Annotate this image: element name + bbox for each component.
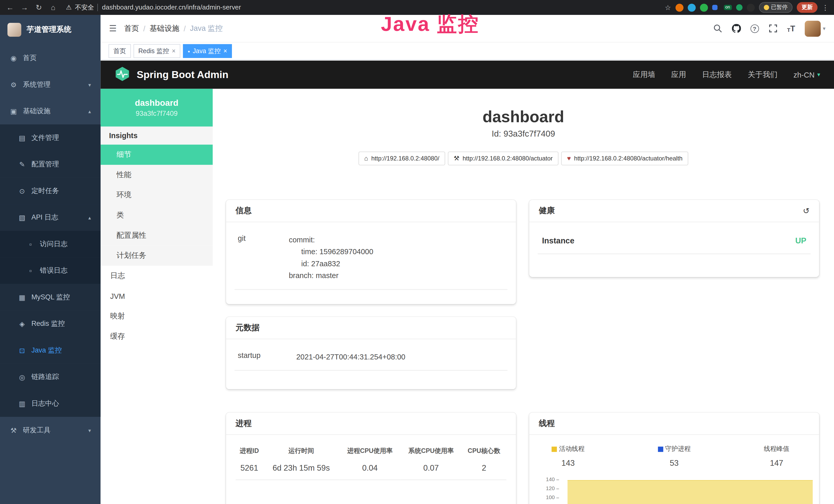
update-button[interactable]: 更新 bbox=[797, 2, 817, 13]
metadata-card-title: 元数据 bbox=[236, 323, 259, 333]
chevron-down-icon: ▾ bbox=[817, 71, 820, 78]
info-card-title: 信息 bbox=[236, 206, 251, 216]
close-icon[interactable]: × bbox=[223, 47, 227, 55]
bookmark-star-icon[interactable]: ☆ bbox=[665, 3, 671, 11]
sba-item-scheduled-tasks[interactable]: 计划任务 bbox=[101, 246, 213, 266]
admin-sidebar: 芋道管理系统 ◉ 首页 ⚙ 系统管理 ▾ ▣ 基础设施 ▴ ▤ 文件管理 ✎ 配… bbox=[0, 15, 101, 504]
sidebar-item-dev-tools[interactable]: ⚒ 研发工具 ▾ bbox=[0, 417, 101, 444]
sidebar-item-config-management[interactable]: ✎ 配置管理 bbox=[0, 151, 101, 178]
sba-locale-select[interactable]: zh-CN ▾ bbox=[793, 70, 820, 79]
breadcrumb-separator: / bbox=[143, 24, 146, 32]
process-card: 进程 进程ID 运行时间 进程CPU使用率 系统CPU使用率 CPU核心数 bbox=[226, 413, 516, 504]
health-instance-label: Instance bbox=[542, 236, 574, 245]
extension-icon-dark[interactable] bbox=[746, 3, 754, 11]
extension-icon-orange[interactable] bbox=[675, 3, 683, 11]
sba-nav-about[interactable]: 关于我们 bbox=[748, 70, 777, 79]
reload-icon[interactable]: ↻ bbox=[34, 3, 44, 12]
sba-item-details[interactable]: 细节 bbox=[101, 144, 213, 165]
forward-icon[interactable]: → bbox=[20, 3, 29, 12]
sba-nav-wall[interactable]: 应用墙 bbox=[633, 70, 655, 79]
extension-icon-switch-on[interactable]: on bbox=[724, 5, 732, 10]
health-url-button[interactable]: ♥ http://192.168.0.2:48080/actuator/heal… bbox=[561, 152, 688, 165]
browser-menu-icon[interactable]: ⋮ bbox=[822, 3, 829, 11]
service-url-button[interactable]: ⌂ http://192.168.0.2:48080/ bbox=[358, 152, 445, 165]
close-icon[interactable]: × bbox=[172, 47, 176, 55]
tab-home[interactable]: 首页 bbox=[108, 44, 131, 58]
tab-label: Java 监控 bbox=[193, 46, 221, 55]
search-icon[interactable] bbox=[713, 24, 722, 33]
sidebar-item-label: 文件管理 bbox=[31, 133, 59, 142]
fullscreen-icon[interactable] bbox=[768, 24, 777, 33]
sba-item-caches[interactable]: 缓存 bbox=[101, 326, 213, 347]
address-bar[interactable]: ⚠ 不安全 dashboard.yudao.iocoder.cn/infra/a… bbox=[66, 3, 241, 12]
doc-icon: ▫ bbox=[27, 240, 35, 248]
sidebar-item-error-logs[interactable]: ▫ 错误日志 bbox=[0, 257, 101, 284]
app-logo bbox=[7, 23, 21, 37]
sidebar-item-home[interactable]: ◉ 首页 bbox=[0, 45, 101, 71]
sidebar-item-label: 定时任务 bbox=[31, 186, 59, 196]
tab-redis-monitor[interactable]: Redis 监控 × bbox=[134, 44, 180, 58]
sidebar-item-infrastructure[interactable]: ▣ 基础设施 ▴ bbox=[0, 98, 101, 124]
process-header-sys-cpu: 系统CPU使用率 bbox=[400, 443, 462, 459]
sidebar-item-file-management[interactable]: ▤ 文件管理 bbox=[0, 124, 101, 151]
y-tick: 140 bbox=[545, 476, 559, 482]
header-actions: ? TT ▾ bbox=[713, 21, 826, 37]
sba-nav-applications[interactable]: 应用 bbox=[671, 70, 686, 79]
sba-item-metrics[interactable]: 性能 bbox=[101, 165, 213, 185]
back-icon[interactable]: ← bbox=[5, 3, 15, 12]
font-size-icon[interactable]: TT bbox=[787, 24, 795, 33]
sidebar-item-access-logs[interactable]: ▫ 访问日志 bbox=[0, 231, 101, 257]
sidebar-item-label: API 日志 bbox=[31, 212, 58, 222]
github-icon[interactable] bbox=[732, 24, 741, 33]
sba-item-environment[interactable]: 环境 bbox=[101, 185, 213, 205]
sidebar-item-scheduled-tasks[interactable]: ⊙ 定时任务 bbox=[0, 178, 101, 204]
sba-sidebar: dashboard 93a3fc7f7409 Insights 细节 性能 环境… bbox=[101, 89, 213, 504]
sidebar-item-java-monitor[interactable]: ⊡ Java 监控 bbox=[0, 337, 101, 364]
paused-label: 已暂停 bbox=[771, 4, 788, 11]
paused-badge[interactable]: 已暂停 bbox=[759, 2, 792, 13]
extension-icon-grid[interactable] bbox=[712, 5, 717, 10]
sba-item-jvm[interactable]: JVM bbox=[101, 286, 213, 306]
info-key: git bbox=[238, 234, 289, 281]
breadcrumb-infrastructure[interactable]: 基础设施 bbox=[150, 24, 179, 33]
sidebar-item-api-logs[interactable]: ▧ API 日志 ▴ bbox=[0, 204, 101, 231]
extension-icon-green[interactable] bbox=[700, 3, 708, 11]
hamburger-icon[interactable]: ☰ bbox=[109, 23, 117, 33]
chevron-down-icon: ▾ bbox=[88, 427, 91, 433]
service-url: http://192.168.0.2:48080/ bbox=[371, 155, 439, 162]
sidebar-item-redis-monitor[interactable]: ◈ Redis 监控 bbox=[0, 311, 101, 337]
health-url: http://192.168.0.2:48080/actuator/health bbox=[574, 155, 682, 162]
sidebar-item-mysql-monitor[interactable]: ▦ MySQL 监控 bbox=[0, 284, 101, 311]
extension-icon-drop[interactable] bbox=[687, 3, 696, 11]
tab-java-monitor[interactable]: ● Java 监控 × bbox=[183, 44, 232, 58]
breadcrumb-home[interactable]: 首页 bbox=[124, 24, 139, 33]
info-row-git: git commit: time: 1596289704000 id: 27aa… bbox=[235, 228, 507, 289]
metadata-key: startup bbox=[238, 351, 297, 363]
home-icon[interactable]: ⌂ bbox=[48, 3, 58, 12]
sba-item-config-props[interactable]: 配置属性 bbox=[101, 225, 213, 246]
history-icon[interactable]: ↺ bbox=[803, 206, 810, 215]
sidebar-item-log-center[interactable]: ▥ 日志中心 bbox=[0, 390, 101, 417]
process-uptime: 6d 23h 15m 59s bbox=[263, 459, 339, 480]
sidebar-item-trace[interactable]: ◎ 链路追踪 bbox=[0, 364, 101, 390]
user-avatar[interactable]: ▾ bbox=[805, 21, 826, 37]
process-pid: 5261 bbox=[236, 459, 263, 480]
url-text: dashboard.yudao.iocoder.cn/infra/admin-s… bbox=[97, 4, 241, 11]
y-tick: 120 bbox=[545, 485, 559, 491]
actuator-url-button[interactable]: ⚒ http://192.168.0.2:48080/actuator bbox=[448, 152, 558, 165]
sba-nav-journal[interactable]: 日志报表 bbox=[702, 70, 732, 79]
sidebar-item-system-management[interactable]: ⚙ 系统管理 ▾ bbox=[0, 71, 101, 98]
file-icon: ▤ bbox=[18, 134, 26, 142]
threads-legend: 活动线程 143 守护进程 53 线程峰值 147 bbox=[529, 435, 819, 467]
security-warning-icon: ⚠ bbox=[66, 4, 72, 11]
legend-value: 53 bbox=[670, 458, 679, 467]
sba-item-logs[interactable]: 日志 bbox=[101, 266, 213, 286]
sba-section-insights: Insights bbox=[101, 127, 213, 144]
sba-item-mappings[interactable]: 映射 bbox=[101, 306, 213, 327]
sba-instance-header[interactable]: dashboard 93a3fc7f7409 bbox=[101, 89, 213, 127]
extension-icon-leaf[interactable] bbox=[736, 4, 742, 11]
sba-item-classes[interactable]: 类 bbox=[101, 205, 213, 225]
legend-value: 147 bbox=[770, 458, 783, 467]
help-icon[interactable]: ? bbox=[750, 24, 759, 32]
threads-chart: 140 120 100 bbox=[545, 479, 813, 504]
